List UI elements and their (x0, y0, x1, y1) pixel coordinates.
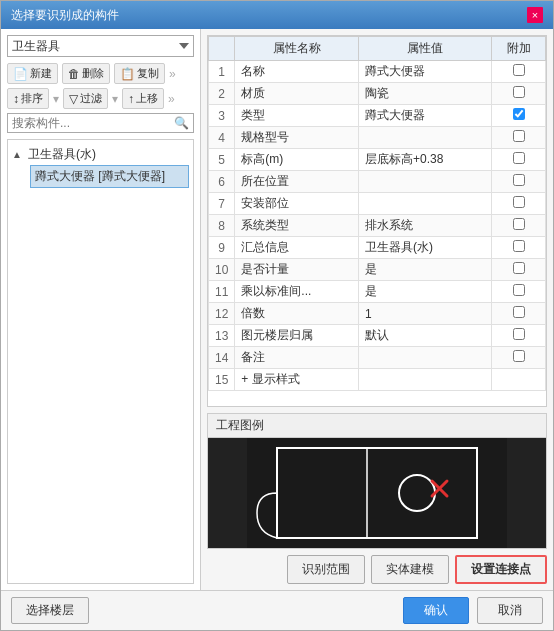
row-number: 9 (209, 237, 235, 259)
row-attach-cell (492, 259, 546, 281)
row-checkbox[interactable] (513, 86, 525, 98)
row-attach-cell (492, 215, 546, 237)
new-button[interactable]: 📄 新建 (7, 63, 58, 84)
table-row: 14备注 (209, 347, 546, 369)
row-checkbox[interactable] (513, 152, 525, 164)
row-checkbox[interactable] (513, 108, 525, 120)
row-number: 14 (209, 347, 235, 369)
search-input[interactable] (12, 116, 174, 130)
tree-expand-icon[interactable]: ▲ (12, 149, 26, 160)
row-checkbox[interactable] (513, 196, 525, 208)
row-checkbox[interactable] (513, 64, 525, 76)
right-bottom-btns: 识别范围 实体建模 设置连接点 (207, 555, 547, 584)
row-checkbox[interactable] (513, 284, 525, 296)
row-attr-name: 是否计量 (235, 259, 359, 281)
row-checkbox[interactable] (513, 350, 525, 362)
table-row: 12倍数1 (209, 303, 546, 325)
category-select[interactable]: 卫生器具 (7, 35, 194, 57)
row-attr-name: 备注 (235, 347, 359, 369)
search-icon[interactable]: 🔍 (174, 116, 189, 130)
row-number: 11 (209, 281, 235, 303)
filter-button[interactable]: ▽ 过滤 (63, 88, 108, 109)
preview-section: 工程图例 (207, 413, 547, 549)
row-number: 12 (209, 303, 235, 325)
table-row: 1名称蹲式大便器 (209, 61, 546, 83)
row-checkbox[interactable] (513, 130, 525, 142)
table-row: 8系统类型排水系统 (209, 215, 546, 237)
preview-svg (208, 438, 546, 548)
table-row: 4规格型号 (209, 127, 546, 149)
cancel-button[interactable]: 取消 (477, 597, 543, 624)
tree-root-label: 卫生器具(水) (28, 146, 96, 163)
solid-model-button[interactable]: 实体建模 (371, 555, 449, 584)
row-number: 13 (209, 325, 235, 347)
row-checkbox[interactable] (513, 328, 525, 340)
toolbar-row-1: 📄 新建 🗑 删除 📋 复制 » (7, 63, 194, 84)
close-button[interactable]: × (527, 7, 543, 23)
dialog-footer: 选择楼层 确认 取消 (1, 590, 553, 630)
table-row: 11乘以标准间...是 (209, 281, 546, 303)
row-checkbox[interactable] (513, 174, 525, 186)
row-checkbox[interactable] (513, 262, 525, 274)
toolbar-row-2: ↕ 排序 ▾ ▽ 过滤 ▾ ↑ 上移 » (7, 88, 194, 109)
row-number: 4 (209, 127, 235, 149)
row-attr-value (359, 347, 492, 369)
delete-button[interactable]: 🗑 删除 (62, 63, 110, 84)
tree-child-label: 蹲式大便器 [蹲式大便器] (35, 168, 165, 185)
sort-button[interactable]: ↕ 排序 (7, 88, 49, 109)
row-attach-cell (492, 303, 546, 325)
row-attach-cell (492, 105, 546, 127)
new-icon: 📄 (13, 67, 28, 81)
filter-icon: ▽ (69, 92, 78, 106)
table-row: 6所在位置 (209, 171, 546, 193)
row-attr-value: 默认 (359, 325, 492, 347)
select-floor-button[interactable]: 选择楼层 (11, 597, 89, 624)
title-bar: 选择要识别成的构件 × (1, 1, 553, 29)
footer-left: 选择楼层 (11, 597, 89, 624)
col-name-header: 属性名称 (235, 37, 359, 61)
row-attr-name: 材质 (235, 83, 359, 105)
row-attach-cell (492, 83, 546, 105)
footer-right: 确认 取消 (403, 597, 543, 624)
row-attr-value: 层底标高+0.38 (359, 149, 492, 171)
row-attach-cell (492, 61, 546, 83)
row-attr-name: 规格型号 (235, 127, 359, 149)
row-attr-value: 1 (359, 303, 492, 325)
toolbar-divider-4: » (168, 92, 175, 106)
row-attr-name: 汇总信息 (235, 237, 359, 259)
row-attr-value (359, 171, 492, 193)
up-button[interactable]: ↑ 上移 (122, 88, 164, 109)
main-dialog: 选择要识别成的构件 × 卫生器具 📄 新建 🗑 删除 📋 (0, 0, 554, 631)
tree-child-item[interactable]: 蹲式大便器 [蹲式大便器] (30, 165, 189, 188)
row-attr-name: 标高(m) (235, 149, 359, 171)
row-attr-value: 是 (359, 259, 492, 281)
toolbar-divider-1: » (169, 67, 176, 81)
row-attr-value: 蹲式大便器 (359, 105, 492, 127)
row-checkbox[interactable] (513, 218, 525, 230)
dialog-title: 选择要识别成的构件 (11, 7, 119, 24)
table-row: 13图元楼层归属默认 (209, 325, 546, 347)
set-connection-button[interactable]: 设置连接点 (455, 555, 547, 584)
toolbar-divider-3: ▾ (112, 92, 118, 106)
row-attr-value: 陶瓷 (359, 83, 492, 105)
left-panel: 卫生器具 📄 新建 🗑 删除 📋 复制 » (1, 29, 201, 590)
row-attach-cell (492, 149, 546, 171)
row-attr-name: 倍数 (235, 303, 359, 325)
row-number: 10 (209, 259, 235, 281)
row-attach-cell (492, 369, 546, 391)
row-checkbox[interactable] (513, 240, 525, 252)
row-number: 7 (209, 193, 235, 215)
search-row: 🔍 (7, 113, 194, 133)
row-attach-cell (492, 325, 546, 347)
confirm-button[interactable]: 确认 (403, 597, 469, 624)
preview-canvas (208, 438, 546, 548)
table-row: 10是否计量是 (209, 259, 546, 281)
copy-button[interactable]: 📋 复制 (114, 63, 165, 84)
table-row: 2材质陶瓷 (209, 83, 546, 105)
row-number: 1 (209, 61, 235, 83)
row-number: 8 (209, 215, 235, 237)
sort-icon: ↕ (13, 92, 19, 106)
row-number: 2 (209, 83, 235, 105)
identify-range-button[interactable]: 识别范围 (287, 555, 365, 584)
row-checkbox[interactable] (513, 306, 525, 318)
